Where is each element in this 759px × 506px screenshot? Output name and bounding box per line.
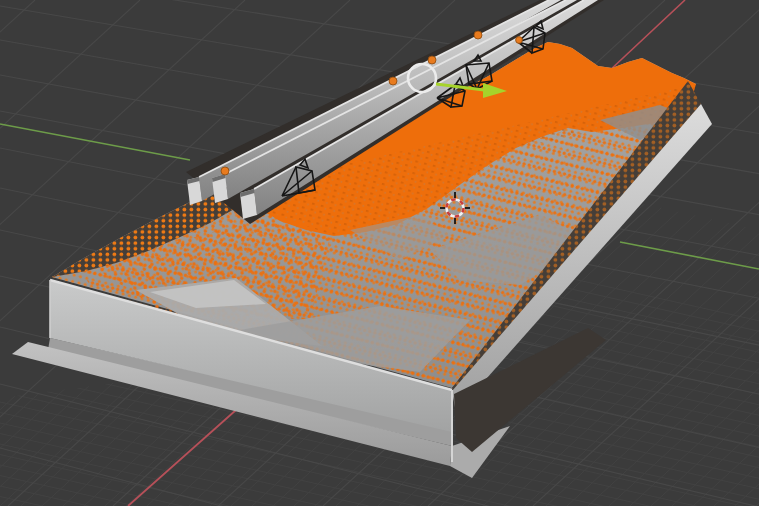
origin-dot[interactable] xyxy=(474,31,482,39)
origin-dot[interactable] xyxy=(389,77,397,85)
viewport[interactable] xyxy=(0,0,759,506)
origin-dot[interactable] xyxy=(516,37,523,44)
origin-dot[interactable] xyxy=(428,56,436,64)
viewport-canvas xyxy=(0,0,759,506)
origin-dot[interactable] xyxy=(221,167,229,175)
